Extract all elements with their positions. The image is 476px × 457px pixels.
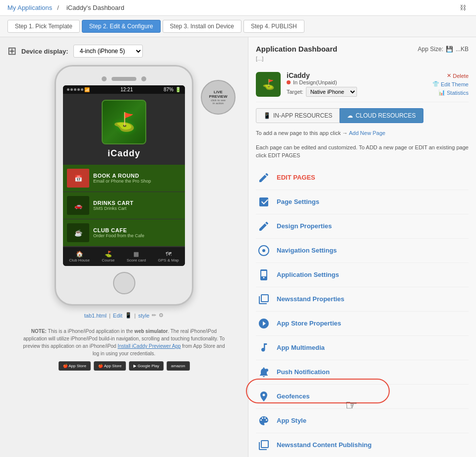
list-item-newsstand-properties[interactable]: Newsstand Properties bbox=[256, 287, 469, 312]
storage-icon: 💾 bbox=[446, 46, 453, 53]
tab-filename[interactable]: tab1.html bbox=[84, 313, 107, 319]
nav-gps[interactable]: 🗺 GPS & Map bbox=[157, 250, 180, 263]
cloud-resources-tab[interactable]: ☁ CLOUD RESOURCES bbox=[340, 108, 423, 123]
list-item-navigation-settings[interactable]: Navigation Settings bbox=[256, 239, 469, 263]
step3-button[interactable]: Step 3. Install on Device bbox=[163, 20, 241, 33]
phone-camera bbox=[102, 76, 107, 81]
list-item-newsstand-publishing[interactable]: Newsstand Content Publishing bbox=[256, 433, 469, 457]
nav-scorecard-label: Score card bbox=[127, 258, 146, 262]
phone-camera-2 bbox=[141, 76, 146, 81]
home-button[interactable] bbox=[113, 272, 135, 294]
menu-subtitle-drinks: SMS Drinks Cart bbox=[93, 206, 181, 211]
menu-title-book: BOOK A ROUND bbox=[93, 173, 181, 179]
menu-title-cafe: CLUB CAFE bbox=[93, 227, 181, 233]
left-panel: ⊞ Device display: 4-inch (iPhone 5) 3.5-… bbox=[0, 37, 248, 457]
golfer-icon: ⛳ bbox=[113, 112, 135, 132]
list-item-page-settings[interactable]: Page Settings bbox=[256, 190, 469, 214]
newsstand-properties-icon bbox=[256, 291, 272, 307]
menu-subtitle-cafe: Order Food from the Cafe bbox=[93, 233, 181, 238]
app-size-value: ...KB bbox=[456, 46, 469, 53]
status-dot-red bbox=[287, 80, 291, 84]
live-preview-badge[interactable]: LIVE PREVIEW click to see in action bbox=[201, 80, 236, 115]
nav-gps-label: GPS & Map bbox=[158, 258, 179, 262]
phone-tab-icon: 📱 bbox=[263, 112, 271, 119]
edit-pages-label: EDIT PAGES bbox=[277, 174, 315, 181]
wifi-icon: 📶 bbox=[84, 87, 90, 92]
amazon-badge[interactable]: amazon bbox=[167, 361, 189, 371]
steps-bar: Step 1. Pick Template Step 2. Edit & Con… bbox=[0, 16, 476, 37]
device-display-label: Device display: bbox=[21, 48, 68, 55]
signal-dot-5 bbox=[81, 88, 83, 91]
target-select[interactable]: Native iPhone Native Android bbox=[306, 87, 357, 97]
app-status-text: In Design(Unpaid) bbox=[293, 79, 337, 85]
in-app-resources-tab[interactable]: 📱 IN-APP RESOURCES bbox=[256, 108, 340, 123]
step1-button[interactable]: Step 1. Pick Template bbox=[7, 20, 80, 33]
device-select[interactable]: 4-inch (iPhone 5) 3.5-inch (iPhone 4) iP… bbox=[73, 45, 143, 58]
list-item-edit-pages[interactable]: EDIT PAGES bbox=[256, 166, 469, 190]
signal-dot-2 bbox=[70, 88, 73, 91]
style-link[interactable]: style bbox=[138, 313, 150, 319]
phone-mockup: 📶 12:21 87% 🔋 ⛳ bbox=[55, 65, 193, 306]
list-item-app-style[interactable]: App Style bbox=[256, 409, 469, 433]
list-item-application-settings[interactable]: Application Settings bbox=[256, 263, 469, 287]
application-settings-icon bbox=[256, 267, 272, 283]
list-item-app-multimedia[interactable]: App Multimedia bbox=[256, 336, 469, 360]
nav-scorecard[interactable]: ▦ Score card bbox=[125, 250, 148, 263]
app-style-icon bbox=[256, 413, 272, 429]
app-style-label: App Style bbox=[277, 417, 306, 424]
newsstand-publishing-label: Newsstand Content Publishing bbox=[277, 441, 371, 449]
pipe-sep2: | bbox=[134, 313, 136, 319]
note-text: NOTE: This is a iPhone/iPod application … bbox=[20, 327, 228, 357]
add-page-note: To add a new page to this app click → Ad… bbox=[256, 129, 469, 137]
lp-preview: PREVIEW bbox=[209, 94, 228, 99]
menu-thumb-booking: 📅 bbox=[67, 169, 89, 188]
lp-click-line2: in action bbox=[213, 102, 224, 105]
app-logo: ⛳ bbox=[102, 100, 146, 144]
newsstand-properties-label: Newsstand Properties bbox=[277, 295, 345, 303]
booking-icon: 📅 bbox=[74, 175, 82, 182]
edit-link[interactable]: Edit bbox=[113, 313, 122, 319]
list-item-geofences[interactable]: Geofences ☞ bbox=[256, 385, 469, 409]
menu-item-drinks[interactable]: 🚗 DRINKS CART SMS Drinks Cart bbox=[63, 192, 185, 219]
list-item-push-notification[interactable]: Push Notification bbox=[256, 360, 469, 385]
google-play-badge[interactable]: ▶ Google Play bbox=[129, 361, 164, 371]
bottom-nav: 🏠 Club House ⛳ Course ▦ Score card 🗺 bbox=[63, 247, 185, 266]
phone-speaker bbox=[112, 77, 136, 81]
navigation-settings-label: Navigation Settings bbox=[277, 247, 337, 254]
link-icon: ⛓ bbox=[460, 4, 466, 11]
app-size: App Size: 💾 ...KB bbox=[418, 46, 469, 53]
cloud-tab-icon: ☁ bbox=[347, 112, 353, 119]
step4-button[interactable]: Step 4. PUBLISH bbox=[243, 20, 304, 33]
statistics-link[interactable]: 📊 Statistics bbox=[438, 89, 469, 96]
edit-theme-link[interactable]: 👕 Edit Theme bbox=[432, 81, 469, 87]
target-label: Target: bbox=[287, 89, 303, 95]
mobile-icon-small: 📱 bbox=[125, 312, 132, 319]
app-thumbnail-icon: ⛳ bbox=[262, 78, 275, 90]
phone-container: 📶 12:21 87% 🔋 ⛳ bbox=[7, 65, 240, 306]
list-item-app-store-properties[interactable]: App Store Properties bbox=[256, 312, 469, 336]
settings-small-icon: ⚙ bbox=[159, 312, 164, 319]
nav-clubhouse[interactable]: 🏠 Club House bbox=[67, 250, 91, 263]
svg-point-2 bbox=[265, 369, 268, 372]
delete-link[interactable]: ✕ Delete bbox=[447, 72, 469, 79]
app-store-badge-2[interactable]: 🍎 App Store bbox=[94, 361, 126, 371]
breadcrumb-current: iCaddy's Dashboard bbox=[66, 4, 124, 11]
menu-subtitle-book: Email or Phone the Pro Shop bbox=[93, 179, 181, 184]
edit-icons: tab1.html | Edit 📱 | style ✏ ⚙ bbox=[7, 312, 240, 319]
list-item-design-properties[interactable]: Design Properties bbox=[256, 214, 469, 239]
my-applications-link[interactable]: My Applications bbox=[7, 4, 52, 11]
menu-item-cafe[interactable]: ☕ CLUB CAFE Order Food from the Cafe bbox=[63, 219, 185, 247]
app-thumbnail: ⛳ bbox=[256, 72, 281, 97]
application-settings-label: Application Settings bbox=[277, 271, 339, 278]
nav-course[interactable]: ⛳ Course bbox=[100, 250, 116, 263]
signal-dot-4 bbox=[77, 88, 80, 91]
add-new-page-link[interactable]: Add New Page bbox=[349, 130, 385, 136]
previewer-link[interactable]: Install iCaddy Previewer App bbox=[118, 343, 180, 349]
app-multimedia-label: App Multimedia bbox=[277, 344, 325, 351]
app-store-badge-1[interactable]: 🍎 App Store bbox=[59, 361, 91, 371]
design-properties-label: Design Properties bbox=[277, 222, 332, 230]
menu-item-book[interactable]: 📅 BOOK A ROUND Email or Phone the Pro Sh… bbox=[63, 165, 185, 192]
step2-button[interactable]: Step 2. Edit & Configure bbox=[82, 20, 161, 33]
phone-app-name: iCaddy bbox=[67, 148, 181, 159]
breadcrumb-bar: My Applications / iCaddy's Dashboard ⛓ bbox=[0, 0, 476, 16]
